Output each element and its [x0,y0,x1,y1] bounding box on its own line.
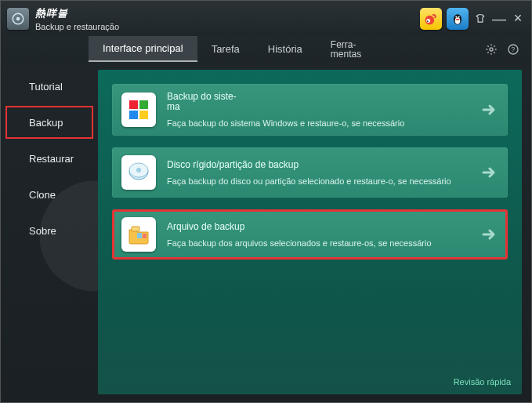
top-nav: Interface principal Tarefa História Ferr… [1,36,531,62]
card-title: Backup do siste- ma [167,92,237,112]
svg-point-10 [490,48,493,51]
card-desc: Faça backup do disco ou partição selecio… [167,176,475,186]
share-weibo-button[interactable] [420,8,442,30]
svg-point-3 [426,19,430,23]
sidebar-item-about[interactable]: Sobre [5,214,93,247]
sidebar-item-label: Clone [29,189,56,201]
sidebar: Tutorial Backup Restaurar Clone Sobre [1,62,98,403]
brand-subtitle: Backup e restauração [35,22,119,31]
tab-task[interactable]: Tarefa [197,36,254,62]
weibo-icon [423,11,439,27]
card-desc: Faça backup do sistema Windows e restaur… [167,118,475,128]
brand-name: 熱咩볼 [35,6,119,20]
card-arrow [481,165,498,180]
arrow-right-icon [482,104,498,115]
settings-button[interactable] [484,42,498,56]
svg-point-6 [455,17,461,24]
tab-label: Tarefa [212,43,240,55]
tab-history[interactable]: História [254,36,317,62]
svg-rect-9 [456,19,460,20]
close-button[interactable]: × [511,12,525,26]
tab-tools[interactable]: Ferra- mentas [317,36,375,62]
tab-label: Interface principal [103,42,183,54]
card-arrow [481,227,498,241]
svg-rect-15 [129,111,138,119]
card-arrow [481,103,498,117]
help-button[interactable]: ? [506,42,520,56]
sidebar-item-clone[interactable]: Clone [5,178,93,211]
folder-icon [126,222,151,247]
sidebar-item-tutorial[interactable]: Tutorial [5,70,93,103]
svg-point-7 [455,16,457,17]
svg-rect-13 [129,100,138,109]
tab-label: História [268,43,302,55]
svg-rect-20 [132,227,139,231]
svg-point-1 [16,16,20,20]
sidebar-item-label: Restaurar [29,153,74,165]
main-panel: Backup do siste- ma Faça backup do siste… [98,70,522,394]
card-title: Arquivo de backup [167,222,475,232]
svg-rect-21 [137,233,142,238]
sidebar-item-backup[interactable]: Backup [5,106,93,139]
card-icon-box [121,217,156,252]
svg-point-19 [136,168,141,172]
pin-button[interactable] [473,12,487,26]
sidebar-item-label: Backup [29,117,63,129]
card-title: Disco rígido/partição de backup [167,160,475,170]
share-qq-button[interactable] [447,8,469,30]
sidebar-item-label: Tutorial [29,81,63,93]
svg-text:?: ? [512,45,516,53]
app-icon [7,8,29,30]
svg-point-4 [427,20,429,22]
sidebar-item-label: Sobre [29,225,56,237]
help-icon: ? [507,43,519,56]
svg-point-8 [458,16,460,17]
card-icon-box [121,93,156,127]
card-system-backup[interactable]: Backup do siste- ma Faça backup do siste… [112,84,508,136]
quick-review-link[interactable]: Revisão rápida [454,377,511,387]
minimize-button[interactable]: — [492,12,506,26]
card-icon-box [121,155,156,190]
qq-penguin-icon [450,11,465,27]
title-bar: 熱咩볼 Backup e restauração — × [1,1,531,36]
tab-main-interface[interactable]: Interface principal [89,36,197,62]
card-disk-backup[interactable]: Disco rígido/partição de backup Faça bac… [112,147,508,198]
svg-rect-16 [139,111,148,119]
app-logo-icon [11,12,25,26]
svg-rect-14 [139,100,148,109]
card-desc: Faça backup dos arquivos selecionados e … [167,238,475,248]
gear-icon [485,43,498,56]
svg-rect-22 [143,234,147,238]
tab-label: Ferra- mentas [331,40,361,59]
windows-logo-icon [126,97,151,122]
arrow-right-icon [482,167,498,178]
tshirt-icon [475,13,486,24]
disk-icon [126,160,151,185]
card-file-backup[interactable]: Arquivo de backup Faça backup dos arquiv… [112,209,508,260]
arrow-right-icon [482,229,498,240]
brand-block: 熱咩볼 Backup e restauração [35,6,119,31]
sidebar-item-restore[interactable]: Restaurar [5,142,93,175]
